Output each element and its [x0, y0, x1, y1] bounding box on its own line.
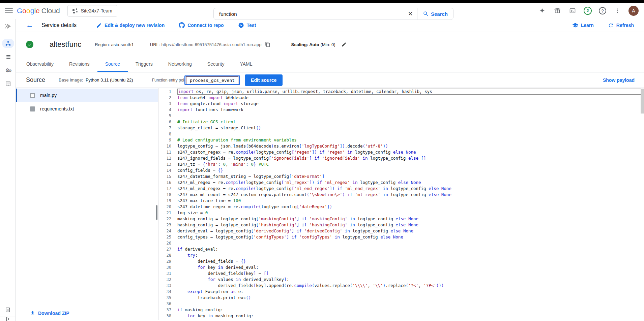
action-bar: ← Service details Edit & deploy new revi… — [16, 19, 644, 32]
tab-triggers[interactable]: Triggers — [128, 57, 160, 72]
avatar[interactable]: A — [628, 6, 639, 16]
code-line[interactable]: 26 — [158, 240, 644, 246]
code-line[interactable]: 1import os, re, gzip, json, urllib.parse… — [158, 89, 644, 95]
code-line[interactable]: 9# Load configuration from environment v… — [158, 137, 644, 143]
code-line[interactable]: 34 except Exception as e: — [158, 289, 644, 295]
connect-repo-label: Connect to repo — [187, 23, 224, 28]
code-line[interactable]: 21log_size = 0 — [158, 210, 644, 216]
more-vert-icon[interactable] — [613, 7, 621, 15]
file-item-requirements-txt[interactable]: requirements.txt — [16, 102, 158, 116]
code-line[interactable]: 6# Initialize GCS client — [158, 119, 644, 125]
edit-scaling-icon[interactable] — [341, 42, 347, 47]
help-icon[interactable]: ? — [599, 7, 606, 14]
back-arrow-icon[interactable]: ← — [26, 22, 33, 29]
search-clear-icon[interactable]: ✕ — [404, 8, 417, 19]
nav-settings-gears-icon[interactable]: ⚙⚙ — [0, 64, 16, 77]
show-payload-link[interactable]: Show payload — [603, 77, 635, 83]
code-line[interactable]: 8 — [158, 131, 644, 137]
code-line-text: import functions_framework — [177, 107, 644, 113]
nav-services-icon[interactable] — [0, 37, 16, 50]
tab-source[interactable]: Source — [97, 57, 128, 72]
edit-deploy-button[interactable]: Edit & deploy new revision — [96, 23, 165, 28]
editor-scrollbar[interactable] — [641, 89, 644, 114]
code-line[interactable]: 24derived_eval = logtype_config['derived… — [158, 228, 644, 234]
nav-organization-icon[interactable] — [0, 77, 16, 91]
code-line[interactable]: 12s247_ignored_fields = logtype_config['… — [158, 155, 644, 161]
tab-revisions[interactable]: Revisions — [61, 57, 97, 72]
code-line[interactable]: 33 derived_fields[key].append(re.compile… — [158, 283, 644, 289]
tab-yaml[interactable]: YAML — [232, 57, 260, 72]
edit-source-button[interactable]: Edit source — [245, 74, 283, 86]
code-line[interactable]: 13s247_tz = {'hrs': 0, 'mins': 0} #UTC — [158, 161, 644, 167]
connect-repo-button[interactable]: Connect to repo — [179, 22, 224, 28]
code-line[interactable]: 38 for key in masking_config: — [158, 313, 644, 319]
code-line[interactable]: 19s247_max_trace_line = 100 — [158, 198, 644, 204]
code-line[interactable]: 30 for key in derived_eval: — [158, 264, 644, 270]
code-line[interactable]: 22masking_config = logtype_config['maski… — [158, 216, 644, 222]
code-editor[interactable]: 1import os, re, gzip, json, urllib.parse… — [158, 88, 644, 320]
code-line[interactable]: 15s247_datetime_format_string = logtype_… — [158, 173, 644, 180]
cloud-shell-icon[interactable] — [568, 7, 577, 15]
gift-icon[interactable] — [553, 7, 561, 15]
learn-button[interactable]: Learn — [572, 22, 594, 28]
entry-point-highlight-box: process_gcs_event — [184, 75, 240, 85]
line-number: 32 — [158, 277, 177, 282]
code-line[interactable]: 23hashing_config = logtype_config['hashi… — [158, 222, 644, 228]
code-line[interactable]: 7storage_client = storage.Client() — [158, 125, 644, 131]
cloud-run-logo-icon[interactable] — [0, 19, 16, 34]
file-item-main-py[interactable]: main.py — [16, 89, 158, 102]
code-line[interactable]: 37if masking_config: — [158, 307, 644, 313]
activities-badge[interactable]: 2 — [584, 7, 592, 15]
line-number: 20 — [158, 204, 177, 209]
code-line[interactable]: 35 traceback.print_exc() — [158, 295, 644, 301]
release-notes-icon[interactable] — [0, 303, 16, 317]
file-panel-scrollbar[interactable] — [156, 205, 157, 220]
download-zip-link[interactable]: Download ZIP — [30, 311, 69, 316]
search-button[interactable]: Search — [417, 8, 453, 20]
code-line[interactable]: 20s247_datetime_regex = re.compile(logty… — [158, 204, 644, 210]
topbar-icons: 2 ? A — [538, 6, 639, 16]
code-line[interactable]: 11s247_custom_regex = re.compile(logtype… — [158, 149, 644, 155]
code-line[interactable]: 2from base64 import b64decode — [158, 95, 644, 101]
google-cloud-logo[interactable]: Google Cloud — [17, 7, 60, 15]
entry-point-input[interactable]: process_gcs_event — [186, 76, 238, 84]
code-line[interactable]: 25config_types = logtype_config['configT… — [158, 234, 644, 240]
code-line[interactable]: 16s247_ml_regex = re.compile(logtype_con… — [158, 180, 644, 186]
code-line[interactable]: 27if derived_eval: — [158, 246, 644, 252]
code-line[interactable]: 3from google.cloud import storage — [158, 101, 644, 107]
file-icon — [30, 93, 35, 98]
line-number: 22 — [158, 217, 177, 221]
tab-observability[interactable]: Observability — [19, 57, 61, 72]
code-line[interactable]: 36 — [158, 301, 644, 307]
tab-security[interactable]: Security — [200, 57, 232, 72]
activities-count: 2 — [587, 8, 589, 13]
rail-partial-icon[interactable] — [0, 317, 16, 321]
code-line[interactable]: 28 try: — [158, 252, 644, 258]
code-line-text: s247_custom_regex = re.compile(logtype_c… — [177, 149, 644, 155]
base-image-label: Base image: — [59, 77, 83, 83]
refresh-button[interactable]: Refresh — [608, 23, 634, 28]
copy-url-icon[interactable] — [265, 42, 270, 47]
code-line[interactable]: 31 derived_fields[key] = [] — [158, 270, 644, 277]
code-line[interactable]: 14config_fields = {} — [158, 167, 644, 173]
code-line[interactable]: 5 — [158, 113, 644, 119]
menu-icon[interactable] — [5, 7, 13, 15]
search-input[interactable] — [214, 11, 404, 17]
test-button[interactable]: Test — [238, 22, 256, 28]
code-line-text: except Exception as e: — [177, 289, 644, 295]
nav-jobs-list-icon[interactable] — [0, 50, 16, 64]
code-line[interactable]: 17s247_ml_end_regex = re.compile(logtype… — [158, 186, 644, 192]
tab-networking[interactable]: Networking — [160, 57, 200, 72]
code-line-text: for key in derived_eval: — [177, 264, 644, 270]
project-picker[interactable]: Site24x7-Team — [67, 5, 117, 17]
code-line[interactable]: 18s247_max_ml_count = s247_custom_regex.… — [158, 192, 644, 198]
gemini-sparkle-icon[interactable] — [538, 7, 546, 15]
code-line[interactable]: 10logtype_config = json.loads(b64decode(… — [158, 143, 644, 149]
logo-letter: G — [17, 7, 22, 15]
source-heading: Source — [26, 76, 45, 84]
code-line[interactable]: 4import functions_framework — [158, 107, 644, 113]
code-line[interactable]: 29 derived_fields = {} — [158, 258, 644, 264]
code-line-text: s247_ml_end_regex = re.compile(logtype_c… — [177, 186, 644, 192]
url-value[interactable]: https://altestfunc-69515751476.asia-sout… — [161, 42, 261, 47]
code-line[interactable]: 32 for values in derived_eval[key]: — [158, 277, 644, 283]
